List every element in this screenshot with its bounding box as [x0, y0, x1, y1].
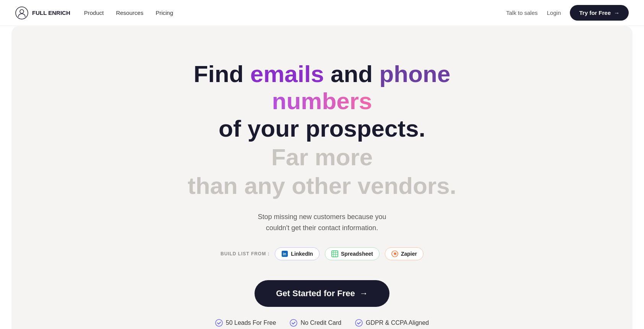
nav-links: Product Resources Pricing [84, 10, 173, 16]
spreadsheet-chip[interactable]: Spreadsheet [325, 247, 380, 260]
try-btn-label: Try for Free [579, 10, 611, 16]
badge-no-credit: No Credit Card [290, 319, 341, 327]
hero-faded-line1: Far more [271, 144, 373, 171]
nav-link-pricing[interactable]: Pricing [156, 10, 173, 16]
build-list-label: BUILD LIST FROM : [221, 251, 269, 256]
zapier-icon: ✳ [391, 250, 398, 257]
try-for-free-button[interactable]: Try for Free → [570, 5, 629, 21]
nav-left: FULL ENRICH Product Resources Pricing [15, 6, 173, 19]
badge-leads-label: 50 Leads For Free [226, 319, 276, 326]
nav-item-pricing[interactable]: Pricing [156, 10, 173, 16]
svg-point-1 [20, 10, 24, 13]
logo[interactable]: FULL ENRICH [15, 6, 70, 19]
svg-text:in: in [283, 252, 286, 256]
hero-description: Stop missing new customers because you c… [258, 211, 386, 234]
badge-gdpr: GDPR & CCPA Aligned [355, 319, 429, 327]
login-link[interactable]: Login [547, 10, 561, 16]
hero-faded-line2: than any other vendors. [188, 172, 456, 199]
spreadsheet-chip-label: Spreadsheet [341, 251, 373, 257]
hero-subline: of your prospects. [219, 115, 425, 142]
zapier-chip[interactable]: ✳ Zapier [385, 247, 423, 260]
badge-credit-label: No Credit Card [300, 319, 341, 326]
navbar: FULL ENRICH Product Resources Pricing Ta… [0, 0, 644, 26]
check-icon-credit [290, 319, 297, 327]
linkedin-chip[interactable]: in LinkedIn [275, 247, 320, 260]
build-list-row: BUILD LIST FROM : in LinkedIn S [221, 247, 423, 260]
svg-point-13 [355, 319, 362, 326]
spreadsheet-icon [331, 250, 338, 257]
hero-headline: Find emails and phone numbers [158, 60, 487, 115]
svg-point-12 [290, 319, 297, 326]
headline-find: Find [194, 61, 250, 87]
badge-gdpr-label: GDPR & CCPA Aligned [366, 319, 429, 326]
nav-right: Talk to sales Login Try for Free → [506, 5, 629, 21]
svg-point-11 [216, 319, 222, 326]
hero-desc-line1: Stop missing new customers because you [258, 213, 386, 221]
nav-link-resources[interactable]: Resources [116, 10, 143, 16]
hero-section: Find emails and phone numbers of your pr… [11, 26, 633, 329]
logo-text: FULL ENRICH [32, 10, 70, 16]
headline-emails: emails [250, 61, 324, 87]
svg-point-0 [16, 7, 28, 19]
linkedin-icon: in [281, 250, 288, 257]
nav-link-product[interactable]: Product [84, 10, 104, 16]
headline-and: and [324, 61, 380, 87]
badge-leads: 50 Leads For Free [215, 319, 276, 327]
check-icon-leads [215, 319, 223, 327]
svg-rect-4 [332, 251, 338, 257]
hero-faded-text1: Far more [271, 144, 373, 170]
headline-phone: phone [379, 61, 450, 87]
logo-icon [15, 6, 28, 19]
zapier-chip-label: Zapier [401, 251, 417, 257]
nav-item-product[interactable]: Product [84, 10, 104, 16]
hero-faded-text2: than any other vendors. [188, 173, 456, 199]
cta-label: Get Started for Free [276, 289, 355, 298]
try-btn-arrow: → [614, 10, 620, 16]
svg-text:✳: ✳ [393, 252, 397, 256]
cta-arrow: → [360, 289, 368, 298]
badges-row: 50 Leads For Free No Credit Card GDPR & … [215, 319, 429, 327]
check-icon-gdpr [355, 319, 363, 327]
hero-desc-line2: couldn't get their contact information. [266, 224, 378, 232]
nav-item-resources[interactable]: Resources [116, 10, 143, 16]
linkedin-chip-label: LinkedIn [291, 251, 313, 257]
talk-to-sales-link[interactable]: Talk to sales [506, 10, 538, 16]
headline-numbers: numbers [272, 88, 372, 114]
get-started-button[interactable]: Get Started for Free → [255, 280, 389, 307]
